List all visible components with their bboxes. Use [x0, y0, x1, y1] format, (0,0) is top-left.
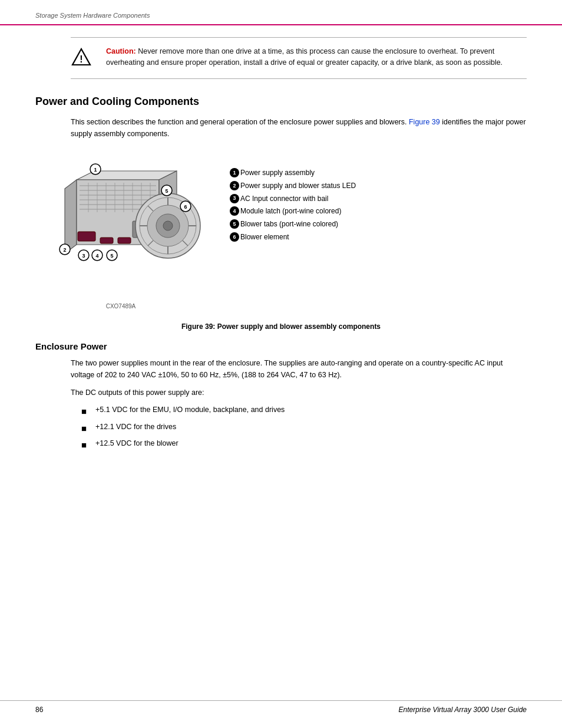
section-intro-text: This section describes the function and … [71, 116, 527, 140]
legend-label-2: Power supply and blower status LED [240, 181, 356, 191]
svg-marker-3 [65, 180, 77, 253]
figure-legend: 1 Power supply assembly 2 Power supply a… [230, 150, 527, 245]
legend-num-1: 1 [230, 168, 239, 177]
legend-label-6: Blower element [240, 232, 289, 242]
figure-link[interactable]: Figure 39 [409, 118, 440, 126]
figure-caption-text: Power supply and blower assembly compone… [215, 322, 381, 331]
dc-outputs-list: ■ +5.1 VDC for the EMU, I/O module, back… [81, 404, 527, 452]
bullet-icon-3: ■ [81, 439, 91, 452]
legend-num-6: 6 [230, 232, 239, 242]
legend-item-3: 3 AC Input connector with bail [230, 194, 527, 204]
enclosure-power-heading: Enclosure Power [35, 341, 527, 351]
footer-document-title: Enterprise Virtual Array 3000 User Guide [399, 706, 527, 714]
caution-box: ! Caution: Never remove more than one dr… [71, 37, 527, 79]
figure-drawing: 1 2 3 4 5 [35, 150, 218, 317]
bullet-text-1: +5.1 VDC for the EMU, I/O module, backpl… [95, 404, 285, 416]
svg-text:5: 5 [110, 253, 113, 259]
svg-text:4: 4 [95, 253, 98, 259]
svg-point-31 [163, 221, 173, 230]
section-title: Power and Cooling Components [35, 95, 527, 108]
legend-label-1: Power supply assembly [240, 168, 315, 178]
legend-label-3: AC Input connector with bail [240, 194, 328, 204]
bullet-text-3: +12.5 VDC for the blower [95, 438, 178, 449]
page-container: Storage System Hardware Components ! Cau… [0, 0, 562, 728]
caution-icon: ! [71, 47, 97, 70]
figure-caption-label: Figure 39: [181, 322, 215, 331]
header-section-label: Storage System Hardware Components [35, 12, 150, 19]
enclosure-power-para1: The two power supplies mount in the rear… [71, 357, 527, 381]
svg-rect-26 [118, 238, 131, 243]
bullet-item-3: ■ +12.5 VDC for the blower [81, 438, 527, 452]
caution-text-block: Caution: Never remove more than one driv… [106, 46, 527, 69]
legend-label-4: Module latch (port-wine colored) [240, 206, 341, 216]
power-cooling-section: Power and Cooling Components This sectio… [35, 95, 527, 452]
legend-item-1: 1 Power supply assembly [230, 168, 527, 178]
legend-num-3: 3 [230, 194, 239, 203]
intro-text: This section describes the function and … [71, 118, 406, 126]
bullet-icon-2: ■ [81, 422, 91, 436]
figure-caption-wrap: Figure 39: Power supply and blower assem… [35, 322, 527, 331]
page-header: Storage System Hardware Components [0, 0, 562, 25]
legend-item-4: 4 Module latch (port-wine colored) [230, 206, 527, 216]
figure-area: 1 2 3 4 5 [35, 150, 527, 317]
svg-text:2: 2 [63, 247, 66, 253]
legend-item-6: 6 Blower element [230, 232, 527, 242]
svg-text:3: 3 [82, 253, 85, 259]
caution-body: Never remove more than one drive at a ti… [106, 47, 503, 67]
svg-text:CXO7489A: CXO7489A [106, 303, 136, 309]
legend-item-5: 5 Blower tabs (port-wine colored) [230, 219, 527, 229]
legend-label-5: Blower tabs (port-wine colored) [240, 219, 338, 229]
bullet-item-2: ■ +12.1 VDC for the drives [81, 421, 527, 436]
caution-label: Caution: [106, 47, 136, 55]
svg-text:5: 5 [165, 188, 168, 194]
svg-rect-24 [78, 232, 95, 241]
bullet-item-1: ■ +5.1 VDC for the EMU, I/O module, back… [81, 404, 527, 419]
legend-item-2: 2 Power supply and blower status LED [230, 181, 527, 191]
bullet-text-2: +12.1 VDC for the drives [95, 421, 176, 433]
enclosure-power-section: Enclosure Power The two power supplies m… [35, 341, 527, 452]
svg-text:6: 6 [184, 204, 187, 210]
warning-triangle-icon: ! [71, 47, 92, 68]
main-content: ! Caution: Never remove more than one dr… [0, 25, 562, 467]
legend-num-2: 2 [230, 181, 239, 190]
legend-num-5: 5 [230, 219, 239, 229]
svg-text:!: ! [80, 54, 82, 64]
footer-page-number: 86 [35, 706, 43, 714]
page-footer: 86 Enterprise Virtual Array 3000 User Gu… [0, 700, 562, 714]
power-supply-illustration: 1 2 3 4 5 [35, 150, 218, 315]
svg-rect-25 [100, 238, 113, 243]
enclosure-power-para2: The DC outputs of this power supply are: [71, 387, 527, 398]
bullet-icon-1: ■ [81, 405, 91, 419]
svg-text:1: 1 [94, 167, 97, 173]
legend-num-4: 4 [230, 206, 239, 216]
